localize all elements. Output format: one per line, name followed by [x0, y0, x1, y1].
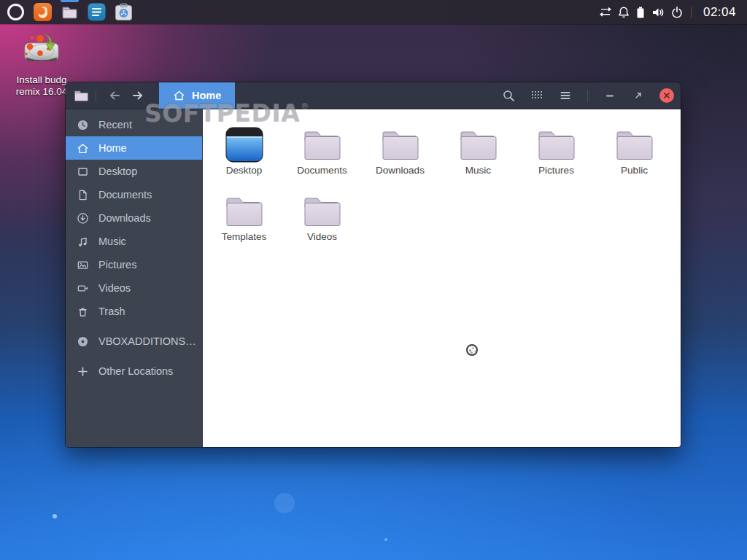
- sidebar-item-vboxadditions[interactable]: VBOXADDITIONS…: [66, 330, 202, 353]
- software-center-launcher[interactable]: [110, 0, 137, 24]
- folder-icon: [379, 127, 422, 163]
- panel-launchers: [0, 0, 137, 24]
- sidebar-item-other-locations[interactable]: Other Locations: [66, 359, 202, 383]
- headerbar-right: [495, 82, 681, 109]
- text-editor-launcher[interactable]: [83, 0, 110, 24]
- installer-drive-icon: [20, 32, 63, 70]
- desktop-folder-icon: [225, 127, 263, 163]
- headerbar-divider: [587, 90, 588, 102]
- folder-item-public[interactable]: Public: [595, 121, 673, 187]
- files-launcher[interactable]: [56, 0, 83, 24]
- search-icon: [502, 89, 515, 102]
- files-icon: [60, 2, 80, 22]
- back-arrow-icon: [108, 90, 121, 101]
- power-icon[interactable]: [670, 6, 684, 19]
- plus-icon: [77, 365, 89, 378]
- hamburger-menu-icon: [559, 89, 572, 102]
- folder-item-desktop[interactable]: Desktop: [205, 121, 283, 187]
- software-center-icon: [114, 2, 133, 22]
- top-panel: 02:04: [0, 0, 747, 24]
- minimize-button[interactable]: [597, 85, 623, 106]
- maximize-button[interactable]: [625, 85, 651, 106]
- volume-icon[interactable]: [651, 6, 665, 19]
- music-note-icon: [77, 236, 89, 248]
- maximize-icon: [633, 90, 643, 101]
- download-icon: [77, 212, 89, 225]
- icon-grid: Desktop Documents: [205, 121, 676, 254]
- folder-icon: [223, 193, 266, 230]
- sidebar-item-recent[interactable]: Recent: [66, 113, 202, 136]
- folder-item-music[interactable]: Music: [439, 121, 517, 187]
- trash-icon: [77, 306, 89, 318]
- sidebar-item-downloads[interactable]: Downloads: [66, 206, 202, 230]
- close-icon: [663, 92, 670, 99]
- back-button[interactable]: [103, 82, 126, 109]
- file-manager-window: Home: [66, 82, 681, 447]
- folder-item-documents[interactable]: Documents: [283, 121, 361, 187]
- firefox-icon: [33, 2, 53, 22]
- folder-item-downloads[interactable]: Downloads: [361, 121, 439, 187]
- headerbar-left: Home: [66, 82, 235, 109]
- search-button[interactable]: [495, 85, 522, 106]
- minimize-icon: [605, 90, 615, 101]
- battery-icon[interactable]: [635, 6, 646, 19]
- forward-button[interactable]: [126, 82, 150, 109]
- sidebar-item-pictures[interactable]: Pictures: [66, 253, 202, 276]
- image-icon: [77, 259, 89, 271]
- folder-item-pictures[interactable]: Pictures: [517, 121, 595, 187]
- home-icon: [77, 142, 89, 155]
- grid-view-button[interactable]: [524, 85, 550, 106]
- window-body: Recent Home Desktop: [66, 109, 681, 447]
- folder-item-templates[interactable]: Templates: [205, 187, 283, 254]
- budgie-menu-button[interactable]: [2, 0, 29, 24]
- panel-clock[interactable]: 02:04: [699, 5, 740, 20]
- sidebar-item-home[interactable]: Home: [66, 136, 202, 160]
- document-icon: [77, 189, 89, 201]
- sidebar: Recent Home Desktop: [66, 109, 203, 447]
- text-editor-icon: [87, 2, 107, 22]
- menu-button[interactable]: [552, 85, 578, 106]
- sidebar-item-music[interactable]: Music: [66, 230, 202, 253]
- notifications-bell-icon[interactable]: [617, 6, 630, 19]
- headerbar-divider: [96, 90, 96, 102]
- panel-divider: [691, 7, 692, 18]
- folder-view: Desktop Documents: [203, 109, 681, 447]
- path-button-home[interactable]: Home: [159, 82, 235, 109]
- folder-icon: [614, 127, 656, 163]
- video-camera-icon: [77, 282, 89, 295]
- folder-icon: [535, 127, 578, 163]
- panel-status-area: 02:04: [598, 0, 747, 24]
- sidebar-item-videos[interactable]: Videos: [66, 276, 202, 300]
- folder-icon: [301, 193, 344, 230]
- folder-icon: [301, 127, 344, 163]
- recent-clock-icon: [77, 119, 89, 131]
- headerbar: Home: [66, 82, 681, 109]
- budgie-menu-icon: [7, 4, 24, 20]
- loading-spinner-icon: [466, 344, 478, 356]
- disc-icon: [77, 335, 89, 348]
- grid-view-icon: [530, 89, 543, 102]
- sidebar-item-documents[interactable]: Documents: [66, 183, 202, 206]
- firefox-launcher[interactable]: [29, 0, 56, 24]
- files-app-icon: [74, 89, 89, 102]
- close-button[interactable]: [659, 88, 674, 103]
- active-app-indicator: [61, 0, 79, 2]
- sidebar-item-desktop[interactable]: Desktop: [66, 160, 202, 183]
- folder-icon: [457, 127, 500, 163]
- desktop-icon: [77, 166, 89, 178]
- path-button-label: Home: [192, 90, 221, 101]
- forward-arrow-icon: [131, 90, 144, 101]
- network-transfer-icon[interactable]: [598, 6, 612, 19]
- sidebar-item-trash[interactable]: Trash: [66, 300, 202, 323]
- home-icon: [173, 90, 185, 101]
- folder-item-videos[interactable]: Videos: [283, 187, 361, 254]
